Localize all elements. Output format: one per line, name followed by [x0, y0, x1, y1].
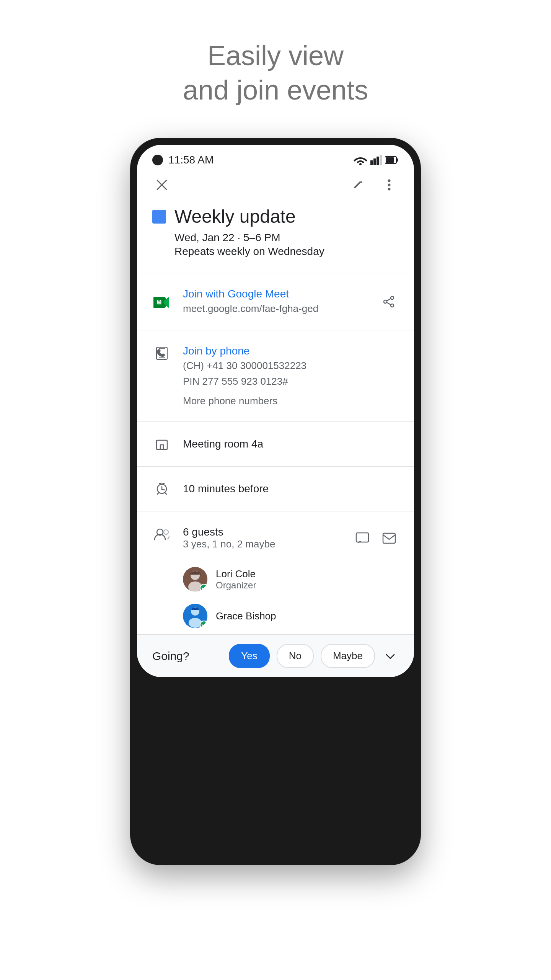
close-button[interactable]: [152, 175, 171, 194]
wifi-icon: [354, 155, 367, 165]
phone-content: Join by phone (CH) +41 30 300001532223 P…: [183, 345, 399, 407]
lori-info: Lori Cole Organizer: [216, 568, 399, 591]
toolbar: [137, 172, 414, 198]
more-phones[interactable]: More phone numbers: [183, 395, 399, 407]
guests-summary: 3 yes, 1 no, 2 maybe: [183, 538, 275, 550]
battery-icon: [385, 156, 399, 164]
svg-rect-4: [380, 155, 382, 165]
grace-info: Grace Bishop: [216, 610, 399, 622]
share-button[interactable]: [380, 292, 399, 311]
lori-avatar: [183, 567, 207, 591]
svg-rect-29: [356, 533, 368, 542]
rsvp-no-button[interactable]: No: [277, 644, 314, 668]
status-bar: 11:58 AM: [137, 145, 414, 172]
meet-join-link[interactable]: Join with Google Meet: [183, 288, 368, 300]
svg-point-32: [191, 571, 200, 580]
room-label: Meeting room 4a: [183, 438, 399, 450]
camera-dot: [152, 155, 163, 165]
svg-point-10: [388, 180, 391, 182]
svg-point-18: [384, 300, 387, 303]
meet-content: Join with Google Meet meet.google.com/fa…: [183, 288, 368, 315]
svg-point-19: [391, 304, 394, 307]
rsvp-buttons: Yes No Maybe: [229, 644, 399, 668]
phone-frame: 11:58 AM: [130, 138, 421, 865]
svg-point-28: [164, 530, 168, 534]
page-headline: Easily view and join events: [183, 38, 368, 107]
guests-icon: [152, 526, 171, 541]
phone-section[interactable]: Join by phone (CH) +41 30 300001532223 P…: [137, 334, 414, 418]
guests-count: 6 guests: [183, 526, 275, 538]
event-header: Weekly update Wed, Jan 22 · 5–6 PM Repea…: [137, 198, 414, 269]
rsvp-yes-button[interactable]: Yes: [229, 644, 269, 668]
room-icon: [152, 436, 171, 452]
phone-pin: PIN 277 555 923 0123#: [183, 374, 399, 388]
grace-check-badge: [200, 621, 207, 628]
status-time: 11:58 AM: [168, 154, 214, 166]
svg-rect-3: [377, 157, 379, 165]
lori-name: Lori Cole: [216, 568, 399, 580]
grace-name: Grace Bishop: [216, 610, 399, 622]
svg-point-0: [359, 163, 362, 165]
svg-rect-6: [396, 158, 398, 162]
event-recurrence: Repeats weekly on Wednesday: [174, 245, 399, 258]
reminder-section: 10 minutes before: [137, 470, 414, 507]
phone-icon: [152, 345, 171, 360]
event-title: Weekly update: [174, 206, 296, 227]
svg-text:M: M: [156, 299, 161, 305]
lori-role: Organizer: [216, 580, 399, 591]
more-button[interactable]: [380, 175, 399, 194]
phone-number: (CH) +41 30 300001532223: [183, 359, 399, 372]
svg-point-12: [388, 188, 391, 191]
guest-row-lori: Lori Cole Organizer: [137, 561, 414, 598]
rsvp-maybe-button[interactable]: Maybe: [321, 644, 375, 668]
edit-button[interactable]: [349, 175, 368, 194]
svg-rect-2: [373, 158, 376, 165]
svg-point-17: [391, 296, 394, 299]
phone-join-link[interactable]: Join by phone: [183, 345, 399, 357]
reminder-content: 10 minutes before: [183, 483, 399, 495]
svg-line-20: [387, 299, 391, 301]
meet-url: meet.google.com/fae-fgha-ged: [183, 302, 368, 315]
reminder-icon: [152, 481, 171, 497]
guests-content: 6 guests 3 yes, 1 no, 2 maybe: [183, 526, 399, 550]
chat-button[interactable]: [353, 529, 372, 548]
guests-section: 6 guests 3 yes, 1 no, 2 maybe: [137, 515, 414, 561]
svg-rect-30: [383, 533, 395, 543]
signal-icon: [370, 155, 382, 165]
event-color-block: [152, 210, 166, 224]
rsvp-expand-button[interactable]: [382, 648, 399, 665]
svg-rect-1: [370, 160, 373, 165]
going-label: Going?: [152, 650, 189, 663]
lori-check-badge: [200, 584, 207, 591]
phone-screen: 11:58 AM: [137, 145, 414, 677]
reminder-label: 10 minutes before: [183, 483, 399, 495]
bottom-bar: Going? Yes No Maybe: [137, 634, 414, 677]
meet-section[interactable]: M Join with Google Meet meet.google.com/…: [137, 277, 414, 326]
svg-rect-7: [386, 157, 394, 163]
guest-row-grace: Grace Bishop: [137, 598, 414, 634]
svg-line-21: [387, 302, 391, 305]
grace-avatar: [183, 604, 207, 628]
room-content: Meeting room 4a: [183, 438, 399, 450]
room-section: Meeting room 4a: [137, 426, 414, 462]
svg-point-11: [388, 184, 391, 186]
event-date: Wed, Jan 22 · 5–6 PM: [174, 232, 399, 244]
svg-rect-23: [160, 445, 163, 449]
meet-icon: M: [152, 294, 171, 309]
email-button[interactable]: [380, 529, 399, 548]
